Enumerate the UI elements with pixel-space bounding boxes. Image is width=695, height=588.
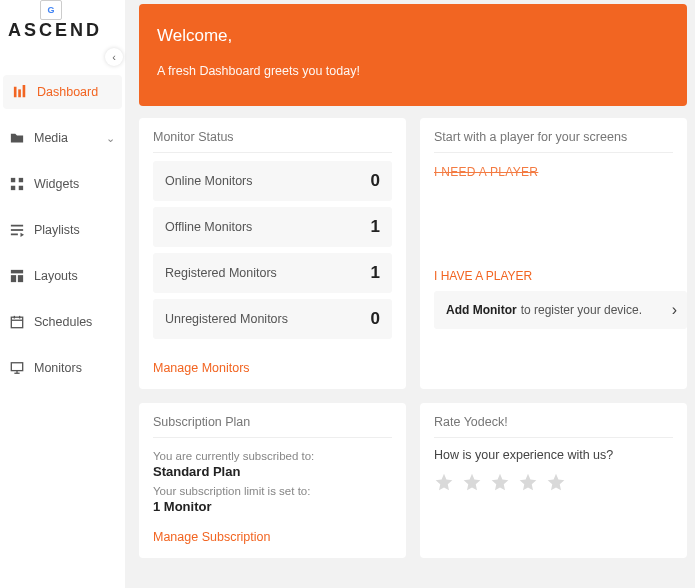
card-title: Start with a player for your screens [434,130,673,153]
layout-icon [10,269,24,283]
svg-rect-1 [18,89,21,97]
svg-rect-11 [11,275,16,282]
subscription-sub2: Your subscription limit is set to: [153,485,392,497]
svg-rect-0 [14,87,17,98]
stat-label: Online Monitors [165,174,253,188]
sidebar-item-widgets[interactable]: Widgets [0,167,125,201]
svg-rect-3 [11,178,15,182]
star-4[interactable] [518,472,538,492]
need-player-tab[interactable]: I NEED A PLAYER [434,165,673,179]
sidebar-item-label: Widgets [34,177,79,191]
sidebar-item-label: Media [34,131,68,145]
sidebar-item-layouts[interactable]: Layouts [0,259,125,293]
sidebar-item-monitors[interactable]: Monitors [0,351,125,385]
grid-icon [10,177,24,191]
welcome-banner: Welcome, A fresh Dashboard greets you to… [139,4,687,106]
sidebar-item-media[interactable]: Media ⌄ [0,121,125,155]
star-2[interactable] [462,472,482,492]
folder-icon [10,131,24,145]
stat-label: Offline Monitors [165,220,252,234]
svg-rect-2 [23,85,26,97]
sidebar-nav: Dashboard Media ⌄ Widgets [0,75,125,385]
card-title: Rate Yodeck! [434,415,673,438]
stat-row-online: Online Monitors 0 [153,161,392,201]
manage-monitors-link[interactable]: Manage Monitors [153,345,392,375]
stat-value: 0 [371,309,380,329]
welcome-subtitle: A fresh Dashboard greets you today! [157,64,669,78]
subscription-card: Subscription Plan You are currently subs… [139,403,406,558]
stat-value: 1 [371,263,380,283]
chevron-down-icon: ⌄ [106,132,115,145]
card-title: Monitor Status [153,130,392,153]
svg-rect-17 [11,363,22,371]
svg-rect-10 [11,270,23,274]
list-icon [10,223,24,237]
sidebar: G ASCEND ‹ Dashboard Media ⌄ [0,0,125,588]
sidebar-item-label: Schedules [34,315,92,329]
welcome-title: Welcome, [157,26,669,46]
monitor-status-card: Monitor Status Online Monitors 0 Offline… [139,118,406,389]
svg-rect-13 [11,317,22,328]
stat-label: Unregistered Monitors [165,312,288,326]
monitor-icon [10,361,24,375]
sidebar-item-label: Layouts [34,269,78,283]
translate-badge-icon: G [40,0,62,20]
add-monitor-button[interactable]: Add Monitor to register your device. › [434,291,687,329]
sidebar-item-label: Monitors [34,361,82,375]
player-card: Start with a player for your screens I N… [420,118,687,389]
subscription-sub1: You are currently subscribed to: [153,450,392,462]
svg-rect-7 [11,225,23,227]
star-3[interactable] [490,472,510,492]
svg-rect-12 [18,275,23,282]
rate-question: How is your experience with us? [434,448,673,462]
sidebar-item-playlists[interactable]: Playlists [0,213,125,247]
sidebar-collapse-button[interactable]: ‹ [105,48,123,66]
stat-row-unregistered: Unregistered Monitors 0 [153,299,392,339]
card-title: Subscription Plan [153,415,392,438]
svg-rect-9 [11,234,18,236]
calendar-icon [10,315,24,329]
stat-row-registered: Registered Monitors 1 [153,253,392,293]
stat-value: 1 [371,217,380,237]
svg-rect-8 [11,229,23,231]
sidebar-item-label: Playlists [34,223,80,237]
brand-logo: ASCEND [8,20,117,41]
brand-area: G ASCEND ‹ [0,0,125,55]
svg-rect-5 [11,186,15,190]
main-content: Welcome, A fresh Dashboard greets you to… [125,0,695,588]
stat-label: Registered Monitors [165,266,277,280]
stat-value: 0 [371,171,380,191]
star-1[interactable] [434,472,454,492]
subscription-limit: 1 Monitor [153,499,392,514]
sidebar-item-dashboard[interactable]: Dashboard [3,75,122,109]
rate-card: Rate Yodeck! How is your experience with… [420,403,687,558]
bars-icon [13,85,27,99]
star-5[interactable] [546,472,566,492]
add-monitor-text: to register your device. [521,303,642,317]
stat-row-offline: Offline Monitors 1 [153,207,392,247]
subscription-plan: Standard Plan [153,464,392,479]
manage-subscription-link[interactable]: Manage Subscription [153,516,392,544]
svg-rect-6 [19,186,23,190]
chevron-right-icon: › [672,301,677,319]
star-rating [434,472,673,492]
sidebar-item-label: Dashboard [37,85,98,99]
svg-rect-4 [19,178,23,182]
sidebar-item-schedules[interactable]: Schedules [0,305,125,339]
have-player-tab[interactable]: I HAVE A PLAYER [434,269,673,283]
add-monitor-bold: Add Monitor [446,303,517,317]
